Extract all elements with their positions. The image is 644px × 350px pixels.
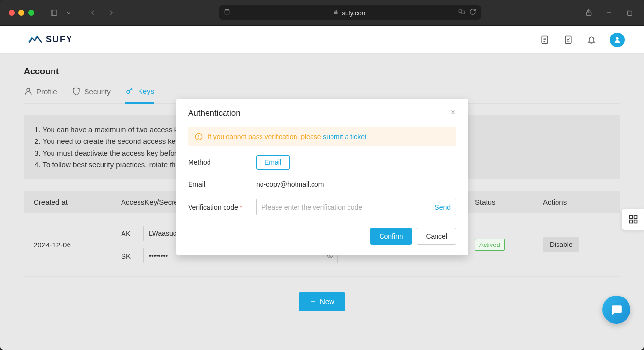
nav-forward-icon[interactable]	[105, 7, 117, 18]
browser-toolbar: sufy.com	[0, 0, 644, 26]
tab-keys[interactable]: Keys	[125, 87, 154, 104]
url-bar[interactable]: sufy.com	[219, 5, 481, 20]
page-title: Account	[24, 67, 620, 77]
tab-profile[interactable]: Profile	[24, 87, 57, 103]
url-text: sufy.com	[342, 9, 366, 17]
app-header: SUFY	[0, 26, 644, 54]
tab-label: Profile	[36, 88, 57, 96]
svg-rect-26	[629, 220, 632, 223]
svg-rect-10	[628, 11, 632, 16]
warning-icon	[195, 133, 203, 140]
plus-icon	[310, 298, 316, 305]
svg-point-32	[199, 138, 199, 139]
method-label: Method	[188, 158, 256, 166]
avatar[interactable]	[610, 33, 625, 47]
new-button-label: New	[320, 298, 334, 306]
window-close[interactable]	[9, 10, 15, 16]
svg-rect-4	[459, 10, 462, 13]
alert-banner: If you cannot pass verification, please …	[188, 127, 456, 146]
nav-back-icon[interactable]	[87, 7, 99, 18]
svg-rect-5	[462, 11, 465, 14]
window-maximize[interactable]	[28, 10, 34, 16]
svg-point-19	[127, 90, 130, 93]
reload-icon[interactable]	[470, 8, 476, 17]
tab-security[interactable]: Security	[72, 87, 111, 103]
window-minimize[interactable]	[18, 10, 24, 16]
svg-rect-24	[629, 216, 632, 219]
share-icon[interactable]	[583, 7, 594, 18]
svg-rect-27	[634, 220, 637, 223]
method-email-chip[interactable]: Email	[256, 155, 290, 170]
submit-ticket-link[interactable]: submit a ticket	[323, 133, 366, 140]
chevron-down-icon[interactable]	[63, 7, 74, 18]
status-badge: Actived	[475, 239, 505, 251]
cancel-button[interactable]: Cancel	[417, 228, 456, 245]
lock-icon	[333, 9, 339, 17]
col-status: Status	[475, 198, 543, 206]
logo[interactable]: SUFY	[28, 35, 73, 45]
qr-widget[interactable]	[622, 209, 644, 230]
sk-label: SK	[121, 252, 137, 260]
verification-code-input[interactable]	[256, 199, 456, 215]
brand-name: SUFY	[46, 35, 73, 45]
tab-label: Security	[85, 88, 111, 96]
confirm-button[interactable]: Confirm	[370, 228, 412, 245]
site-settings-icon[interactable]	[224, 8, 230, 17]
tabs-overview-icon[interactable]	[624, 7, 635, 18]
svg-rect-0	[51, 10, 57, 16]
modal-title: Authentication	[188, 108, 241, 118]
sidebar-toggle-icon[interactable]	[48, 7, 60, 18]
code-label: Verification code*	[188, 203, 256, 211]
bell-icon[interactable]	[587, 35, 596, 45]
email-label: Email	[188, 180, 256, 188]
new-tab-icon[interactable]	[603, 7, 615, 18]
close-icon[interactable]	[450, 109, 456, 118]
auth-modal: Authentication If you cannot pass verifi…	[176, 99, 468, 255]
translate-icon[interactable]	[458, 8, 466, 17]
tab-label: Keys	[138, 87, 154, 95]
svg-point-17	[616, 37, 618, 39]
new-button[interactable]: New	[299, 292, 345, 311]
svg-rect-2	[225, 9, 229, 14]
send-code-button[interactable]: Send	[435, 203, 451, 211]
col-created: Created at	[34, 198, 121, 206]
docs-icon[interactable]	[540, 35, 550, 45]
col-actions: Actions	[543, 198, 610, 206]
traffic-lights	[9, 10, 34, 16]
chat-fab[interactable]	[602, 296, 630, 324]
svg-rect-25	[634, 216, 637, 219]
tasks-icon[interactable]	[563, 35, 573, 45]
svg-point-18	[27, 88, 30, 91]
alert-text: If you cannot pass verification, please	[208, 133, 323, 140]
ak-label: AK	[121, 229, 137, 238]
cell-created: 2024-12-06	[34, 241, 121, 249]
email-value: no-copy@hotmail.com	[256, 180, 456, 188]
disable-button[interactable]: Disable	[543, 237, 579, 252]
